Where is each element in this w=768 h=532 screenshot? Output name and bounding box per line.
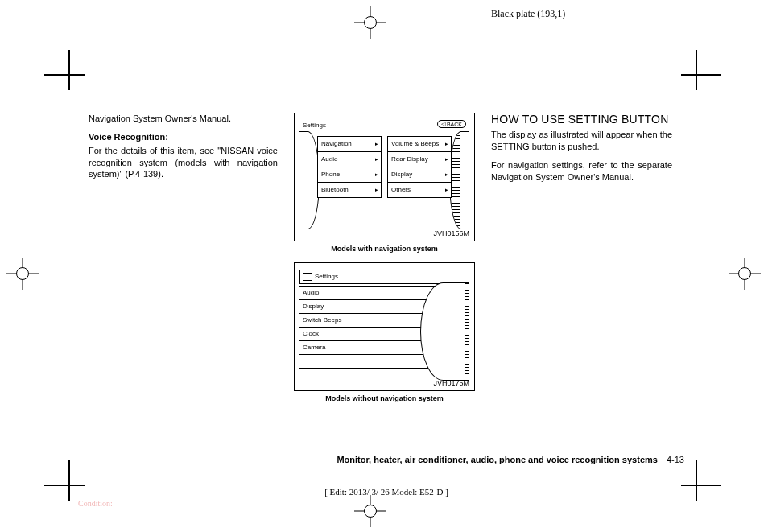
- voice-recognition-body: For the details of this item, see "NISSA…: [89, 145, 278, 181]
- back-arrow-icon: ◁: [441, 121, 445, 127]
- figure-nonav-settings: Settings Audio Display Switch Beeps Cloc…: [294, 262, 475, 391]
- list-label: Volume & Beeps: [391, 140, 439, 147]
- chevron-right-icon: ▸: [375, 152, 378, 167]
- chevron-right-icon: ▸: [375, 137, 378, 151]
- list-item: Audio▸: [317, 152, 382, 167]
- scroll-ticks: [465, 283, 469, 380]
- chevron-right-icon: ▸: [445, 183, 448, 197]
- column-left: Navigation System Owner's Manual. Voice …: [89, 113, 278, 412]
- list-label: Others: [391, 186, 411, 193]
- figure1-title: Settings: [303, 122, 326, 129]
- figure2-caption: Models without navigation system: [294, 394, 475, 402]
- list-item: Navigation▸: [317, 136, 382, 152]
- crop-mark: [68, 50, 70, 90]
- crop-mark: [44, 485, 85, 486]
- back-button: ◁ BACK: [437, 120, 466, 128]
- list-item: Volume & Beeps▸: [387, 136, 452, 152]
- crop-mark: [681, 74, 721, 76]
- section-p2: For navigation settings, refer to the se…: [491, 159, 672, 184]
- edit-line: [ Edit: 2013/ 3/ 26 Model: E52-D ]: [89, 487, 684, 497]
- gear-icon: [303, 273, 312, 281]
- section-heading: HOW TO USE SETTING BUTTON: [491, 113, 672, 126]
- plate-label: Black plate (193,1): [491, 8, 565, 20]
- registration-mark: [354, 495, 386, 527]
- registration-mark: [729, 258, 761, 290]
- crop-mark: [68, 460, 70, 501]
- section-p1: The display as illustrated will appear w…: [491, 129, 672, 153]
- crop-mark: [44, 74, 85, 76]
- figure-nav-settings: Settings ◁ BACK Navigation▸ Audio▸ Phone…: [294, 113, 475, 241]
- chevron-right-icon: ▸: [445, 167, 448, 182]
- section-footer: Monitor, heater, air conditioner, audio,…: [337, 455, 658, 464]
- list-label: Navigation: [321, 140, 352, 147]
- page-body: Navigation System Owner's Manual. Voice …: [89, 113, 684, 412]
- chevron-right-icon: ▸: [445, 152, 448, 167]
- figure2-id: JVH0175M: [433, 379, 469, 387]
- registration-mark: [6, 258, 39, 290]
- column-figures: Settings ◁ BACK Navigation▸ Audio▸ Phone…: [294, 113, 475, 412]
- chevron-right-icon: ▸: [375, 167, 378, 182]
- figure1-right-list: Volume & Beeps▸ Rear Display▸ Display▸ O…: [387, 136, 452, 198]
- crop-mark: [696, 460, 697, 501]
- chevron-right-icon: ▸: [445, 137, 448, 151]
- nav-manual-line: Navigation System Owner's Manual.: [89, 113, 278, 125]
- right-curve: [420, 282, 469, 381]
- figure1-caption: Models with navigation system: [294, 245, 475, 253]
- list-item: Rear Display▸: [387, 152, 452, 167]
- list-label: Audio: [321, 155, 337, 163]
- figure1-left-list: Navigation▸ Audio▸ Phone▸ Bluetooth▸: [317, 136, 382, 198]
- figure1-id: JVH0156M: [433, 229, 469, 237]
- list-item: Display▸: [387, 167, 452, 183]
- list-label: Display: [391, 171, 412, 178]
- list-label: Rear Display: [391, 155, 428, 163]
- list-label: Phone: [321, 171, 340, 178]
- crop-mark: [681, 485, 721, 486]
- page-number: 4-13: [667, 455, 684, 464]
- list-item: Bluetooth▸: [317, 183, 382, 198]
- figure2-title: Settings: [315, 273, 338, 280]
- column-right: HOW TO USE SETTING BUTTON The display as…: [491, 113, 672, 412]
- crop-mark: [696, 50, 697, 90]
- list-item: Others▸: [387, 183, 452, 198]
- footer-line: Monitor, heater, air conditioner, audio,…: [89, 455, 684, 464]
- condition-label: Condition:: [78, 499, 113, 508]
- voice-recognition-heading: Voice Recognition:: [89, 131, 278, 143]
- back-label: BACK: [447, 122, 462, 127]
- list-label: Bluetooth: [321, 186, 349, 193]
- right-curve: [449, 131, 469, 229]
- list-item: Phone▸: [317, 167, 382, 183]
- chevron-right-icon: ▸: [375, 183, 378, 197]
- registration-mark: [354, 6, 386, 39]
